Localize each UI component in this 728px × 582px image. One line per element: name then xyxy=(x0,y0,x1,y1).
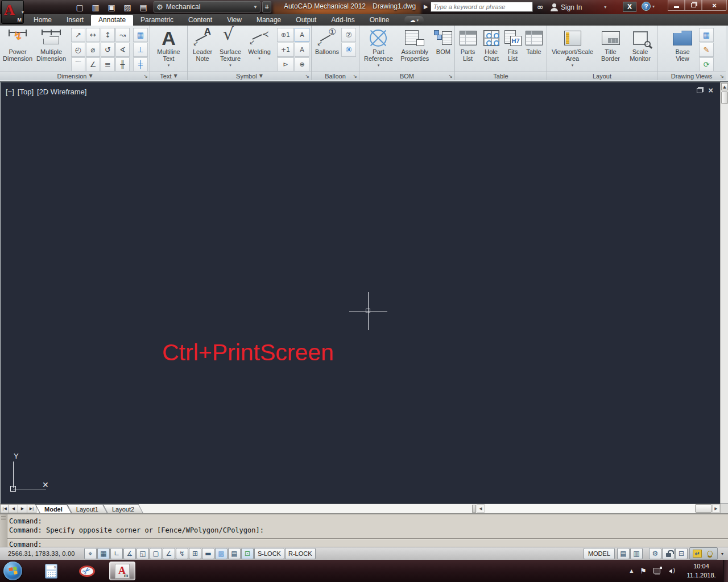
model-space-button[interactable]: MODEL xyxy=(584,548,615,559)
workspace-selector[interactable]: ⚙ Mechanical ▼ xyxy=(154,1,260,13)
help-search-input[interactable] xyxy=(431,2,533,12)
command-window-grip[interactable] xyxy=(0,514,7,548)
bom-button[interactable]: BOM xyxy=(434,27,453,70)
dim-radius-button[interactable]: ◴ xyxy=(71,43,85,57)
surface-texture-button[interactable]: √ Surface Texture ▾ xyxy=(216,27,245,70)
show-hidden-icons-button[interactable]: ▲ xyxy=(630,568,633,573)
prev-tab-button[interactable]: ◀ xyxy=(9,504,18,513)
dim-break-button[interactable]: ╪ xyxy=(133,57,148,72)
update-view-button[interactable]: ⟳ xyxy=(699,57,714,72)
viewport-menu-control[interactable]: [−] xyxy=(6,88,14,96)
tab-insert[interactable]: Insert xyxy=(59,15,91,26)
transparency-toggle[interactable]: ▩ xyxy=(215,548,228,559)
dim-diameter-button[interactable]: ⌀ xyxy=(86,43,100,57)
layout-views-button[interactable]: ▦ xyxy=(699,28,714,42)
part-reference-button[interactable]: Part Reference ▾ xyxy=(361,27,396,70)
close-button[interactable]: × xyxy=(702,0,727,11)
taper-slope-button[interactable]: ⊕ xyxy=(295,57,309,72)
drawing-views-dialog-launcher-icon[interactable]: ↘ xyxy=(719,73,724,79)
horizontal-scrollbar[interactable]: ◀ ▶ xyxy=(472,504,728,513)
text-panel-label[interactable]: Text▼ xyxy=(150,71,187,80)
taskbar-snipping-tool-button[interactable]: ✂ xyxy=(76,562,98,580)
dim-angular-button[interactable]: ∠ xyxy=(86,57,100,72)
minimize-button[interactable] xyxy=(668,0,685,11)
bom-panel-label[interactable]: BOM ↘ xyxy=(359,71,454,80)
dim-baseline-button[interactable]: ≡ xyxy=(101,57,115,72)
symbol-dialog-launcher-icon[interactable]: ↘ xyxy=(305,73,309,79)
plot-button[interactable]: ▤ xyxy=(136,2,150,13)
tab-online[interactable]: Online xyxy=(362,15,397,26)
assembly-properties-button[interactable]: Assembly Properties xyxy=(398,27,432,70)
lineweight-toggle[interactable]: ▬ xyxy=(202,548,214,559)
dynamic-input-toggle[interactable]: ⊞ xyxy=(189,548,201,559)
base-view-button[interactable]: Base View xyxy=(669,27,696,70)
viewport-scale-area-button[interactable]: Viewport/Scale Area ▾ xyxy=(550,27,595,70)
sign-in-button[interactable]: Sign In ▾ xyxy=(551,2,606,13)
scroll-up-icon[interactable]: ▲ xyxy=(721,83,728,90)
welding-button[interactable]: ↙≺ Welding ▾ xyxy=(245,27,274,70)
restore-button[interactable] xyxy=(685,0,702,11)
edit-view-button[interactable]: ✎ xyxy=(699,43,714,57)
dim-arclength-button[interactable]: ⌒ xyxy=(71,57,85,72)
search-binoculars-icon[interactable]: ∞ xyxy=(537,2,544,11)
command-window[interactable]: Command: Command: Specify opposite corne… xyxy=(0,513,728,547)
balloon-panel-label[interactable]: Balloon ↘ xyxy=(312,71,359,80)
scroll-left-icon[interactable]: ◀ xyxy=(477,504,485,513)
lock-ui-button[interactable] xyxy=(662,548,675,559)
drawing-restore-button[interactable] xyxy=(697,88,702,93)
workspace-switching-button[interactable]: ⚙ xyxy=(649,548,661,559)
osnap-toggle[interactable]: ◱ xyxy=(136,548,149,559)
polar-toggle[interactable]: ∡ xyxy=(123,548,136,559)
slock-toggle[interactable]: S-LOCK xyxy=(254,548,284,559)
selection-cycling-toggle[interactable]: ⊡ xyxy=(241,548,254,559)
bom-dialog-launcher-icon[interactable]: ↘ xyxy=(448,73,453,79)
horizontal-scroll-track[interactable] xyxy=(485,504,695,513)
table-panel-label[interactable]: Table xyxy=(455,71,547,80)
grid-toggle[interactable]: ▦ xyxy=(97,548,110,559)
start-button[interactable] xyxy=(3,562,22,580)
scale-monitor-button[interactable]: Scale Monitor xyxy=(626,27,655,70)
app-menu-button[interactable]: A M ▾ xyxy=(1,0,24,24)
scroll-right-icon[interactable]: ▶ xyxy=(712,504,720,513)
dim-vertical-button[interactable]: ↕ xyxy=(101,28,115,42)
otrack-toggle[interactable]: ∠ xyxy=(163,548,175,559)
save-as-button[interactable]: ▨ xyxy=(121,2,134,13)
vertical-scroll-thumb[interactable] xyxy=(721,92,728,104)
symbol-panel-label[interactable]: Symbol▼ ↘ xyxy=(188,71,311,80)
multiple-dimension-button[interactable]: Multiple Dimension xyxy=(34,27,69,70)
dim-ordinate-button[interactable]: ⊥ xyxy=(133,43,148,57)
quick-properties-toggle[interactable]: ▤ xyxy=(228,548,241,559)
last-tab-button[interactable]: ▶| xyxy=(27,504,36,513)
first-tab-button[interactable]: |◀ xyxy=(0,504,9,513)
taskbar-calculator-button[interactable] xyxy=(40,562,63,580)
dim-auto-button[interactable]: ▦ xyxy=(133,28,148,42)
network-icon[interactable] xyxy=(653,568,662,575)
open-button[interactable]: ▥ xyxy=(89,2,102,13)
quick-view-layouts-button[interactable]: ▥ xyxy=(630,548,643,559)
tab-model[interactable]: Model xyxy=(40,504,72,513)
tab-addins[interactable]: Add-Ins xyxy=(324,15,362,26)
action-center-icon[interactable]: ⚑ xyxy=(640,567,647,575)
parts-list-button[interactable]: Parts List xyxy=(457,27,479,70)
drawing-views-panel-label[interactable]: Drawing Views ↘ xyxy=(657,71,726,80)
taskbar-autocad-button[interactable]: Am xyxy=(109,562,135,580)
power-dimension-button[interactable]: ↯ Power Dimension xyxy=(2,27,34,70)
tab-parametric[interactable]: Parametric xyxy=(133,15,181,26)
taskbar-clock[interactable]: 10:04 11.1.2018. xyxy=(681,562,721,580)
dim-chamfer-button[interactable]: ∢ xyxy=(115,43,130,57)
vertical-scrollbar[interactable]: ▲ xyxy=(720,82,728,504)
status-bar-menu-icon[interactable]: ▾ xyxy=(719,551,726,556)
balloon-dialog-launcher-icon[interactable]: ↘ xyxy=(353,73,357,79)
osnap-3d-toggle[interactable]: ▢ xyxy=(150,548,162,559)
isolate-objects-button[interactable] xyxy=(704,548,715,559)
snap-toggle[interactable]: ⌖ xyxy=(84,548,97,559)
layout-panel-label[interactable]: Layout xyxy=(547,71,657,80)
viewport-view-control[interactable]: [Top] xyxy=(18,88,34,96)
connect-cloud-button[interactable]: ☁ ▾ xyxy=(404,16,424,24)
title-border-button[interactable]: Title Border xyxy=(598,27,624,70)
next-tab-button[interactable]: ▶ xyxy=(18,504,27,513)
tab-output[interactable]: Output xyxy=(288,15,324,26)
search-expand-icon[interactable]: ▶ xyxy=(424,3,428,10)
feature-control-frame-button[interactable]: ⊕1 xyxy=(277,28,294,42)
drawing-close-button[interactable]: × xyxy=(708,87,713,94)
